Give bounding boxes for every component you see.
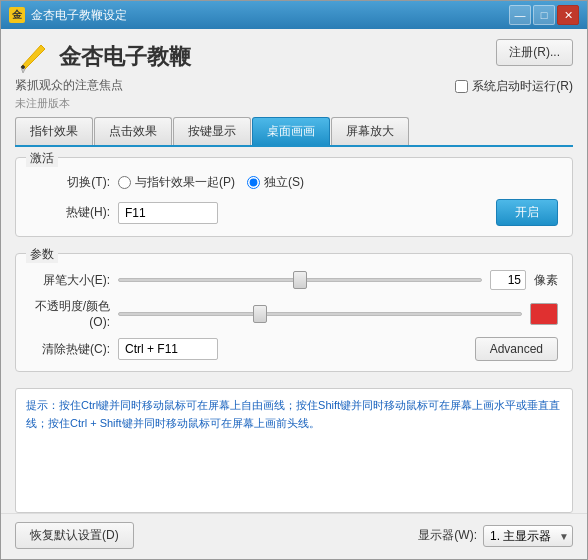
pen-size-label: 屏笔大小(E): <box>30 272 110 289</box>
params-section: 参数 屏笔大小(E): 像素 不透明度/颜色(O): <box>15 253 573 372</box>
reset-button[interactable]: 恢复默认设置(D) <box>15 522 134 549</box>
window-title: 金杏电子教鞭设定 <box>31 7 509 24</box>
version-label: 未注册版本 <box>15 96 191 111</box>
opacity-row: 不透明度/颜色(O): <box>30 298 558 329</box>
startup-checkbox-label[interactable]: 系统启动时运行(R) <box>455 78 573 95</box>
window-controls: — □ ✕ <box>509 5 579 25</box>
hotkey-input[interactable] <box>118 202 218 224</box>
radio-standalone-input[interactable] <box>247 176 260 189</box>
pen-size-value[interactable] <box>490 270 526 290</box>
display-select[interactable]: 1. 主显示器 <box>483 525 573 547</box>
toggle-row: 切换(T): 与指针效果一起(P) 独立(S) <box>30 174 558 191</box>
svg-marker-0 <box>21 45 45 69</box>
radio-standalone[interactable]: 独立(S) <box>247 174 304 191</box>
display-label: 显示器(W): <box>418 527 477 544</box>
hotkey-row: 热键(H): 开启 <box>30 199 558 226</box>
params-label: 参数 <box>26 246 58 263</box>
main-window: 金 金杏电子教鞭设定 — □ ✕ 金杏电子教鞭 紧抓观众的注意焦点 未注册版本 <box>0 0 588 560</box>
display-select-row: 显示器(W): 1. 主显示器 ▼ <box>418 525 573 547</box>
pen-size-slider-thumb[interactable] <box>293 271 307 289</box>
activation-section: 激活 切换(T): 与指针效果一起(P) 独立(S) <box>15 157 573 237</box>
pencil-icon <box>15 39 51 75</box>
advanced-button[interactable]: Advanced <box>475 337 558 361</box>
tab-keyboard[interactable]: 按键显示 <box>173 117 251 145</box>
tabs-container: 指针效果 点击效果 按键显示 桌面画画 屏幕放大 <box>1 117 587 147</box>
clear-hotkey-input[interactable] <box>118 338 218 360</box>
logo-area: 金杏电子教鞭 紧抓观众的注意焦点 未注册版本 <box>15 39 191 111</box>
app-name: 金杏电子教鞭 <box>59 42 191 72</box>
radio-together[interactable]: 与指针效果一起(P) <box>118 174 235 191</box>
close-button[interactable]: ✕ <box>557 5 579 25</box>
title-bar: 金 金杏电子教鞭设定 — □ ✕ <box>1 1 587 29</box>
startup-label-text: 系统启动时运行(R) <box>472 78 573 95</box>
tab-magnify[interactable]: 屏幕放大 <box>331 117 409 145</box>
tab-desktop[interactable]: 桌面画画 <box>252 117 330 145</box>
tabs-bar: 指针效果 点击效果 按键显示 桌面画画 屏幕放大 <box>15 117 573 147</box>
pen-size-slider-container <box>118 278 482 282</box>
opacity-slider-container <box>118 312 522 316</box>
footer: 恢复默认设置(D) 显示器(W): 1. 主显示器 ▼ <box>1 513 587 559</box>
start-button[interactable]: 开启 <box>496 199 558 226</box>
app-subtitle: 紧抓观众的注意焦点 <box>15 77 191 94</box>
pen-size-row: 屏笔大小(E): 像素 <box>30 270 558 290</box>
radio-together-input[interactable] <box>118 176 131 189</box>
radio-together-label: 与指针效果一起(P) <box>135 174 235 191</box>
clear-hotkey-label: 清除热键(C): <box>30 341 110 358</box>
app-icon: 金 <box>9 7 25 23</box>
tip-text: 提示：按住Ctrl键并同时移动鼠标可在屏幕上自由画线；按住Shift键并同时移动… <box>26 399 560 429</box>
color-swatch[interactable] <box>530 303 558 325</box>
opacity-slider-thumb[interactable] <box>253 305 267 323</box>
activation-label: 激活 <box>26 150 58 167</box>
pen-size-slider-track[interactable] <box>118 278 482 282</box>
toggle-radio-group: 与指针效果一起(P) 独立(S) <box>118 174 304 191</box>
pen-size-unit: 像素 <box>534 272 558 289</box>
tip-section: 提示：按住Ctrl键并同时移动鼠标可在屏幕上自由画线；按住Shift键并同时移动… <box>15 388 573 513</box>
opacity-slider-track[interactable] <box>118 312 522 316</box>
logo-row: 金杏电子教鞭 <box>15 39 191 75</box>
maximize-button[interactable]: □ <box>533 5 555 25</box>
hotkey-label: 热键(H): <box>30 204 110 221</box>
toggle-label: 切换(T): <box>30 174 110 191</box>
activation-content: 切换(T): 与指针效果一起(P) 独立(S) 热键(H): <box>16 158 572 236</box>
tab-pointer[interactable]: 指针效果 <box>15 117 93 145</box>
opacity-label: 不透明度/颜色(O): <box>30 298 110 329</box>
minimize-button[interactable]: — <box>509 5 531 25</box>
startup-checkbox-input[interactable] <box>455 80 468 93</box>
register-button[interactable]: 注册(R)... <box>496 39 573 66</box>
tab-click[interactable]: 点击效果 <box>94 117 172 145</box>
main-body: 激活 切换(T): 与指针效果一起(P) 独立(S) <box>1 147 587 513</box>
header-area: 金杏电子教鞭 紧抓观众的注意焦点 未注册版本 注册(R)... 系统启动时运行(… <box>1 29 587 117</box>
params-content: 屏笔大小(E): 像素 不透明度/颜色(O): <box>16 254 572 371</box>
clear-hotkey-row: 清除热键(C): Advanced <box>30 337 558 361</box>
radio-standalone-label: 独立(S) <box>264 174 304 191</box>
display-select-wrapper: 1. 主显示器 ▼ <box>483 525 573 547</box>
header-right: 注册(R)... 系统启动时运行(R) <box>455 39 573 95</box>
